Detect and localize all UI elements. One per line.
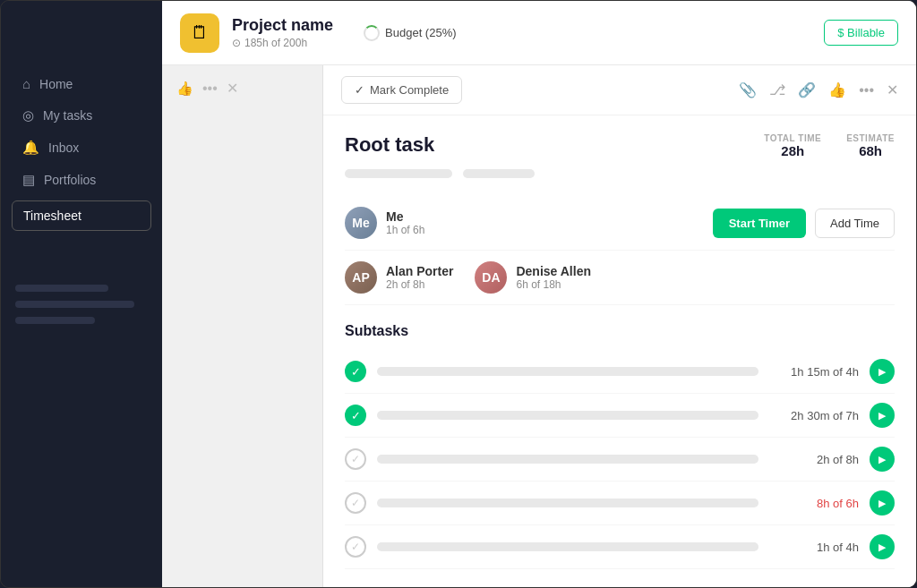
task-toolbar: ✓ Mark Complete 📎 ⎇ 🔗 👍 ••• ✕	[323, 65, 916, 115]
sidebar-item-inbox-label: Inbox	[48, 141, 79, 155]
assignee-row-me: Me Me 1h of 6h Start Timer Add Time	[345, 196, 895, 251]
attachment-icon[interactable]: 📎	[739, 81, 757, 98]
panel-sidebar: 👍 ••• ✕	[162, 65, 323, 587]
sidebar-item-home-label: Home	[39, 77, 73, 91]
subtask-time-2: 2h 30m of 7h	[769, 409, 859, 422]
subtasks-title: Subtasks	[345, 323, 895, 339]
project-name: Project name	[232, 16, 333, 35]
assignee-name-alan: Alan Porter	[386, 264, 453, 278]
mark-complete-button[interactable]: ✓ Mark Complete	[341, 76, 462, 104]
mark-complete-label: Mark Complete	[370, 83, 449, 97]
branch-icon[interactable]: ⎇	[769, 81, 785, 98]
sidebar-item-portfolios[interactable]: ▤ Portfolios	[12, 165, 151, 195]
billable-button[interactable]: $ Billable	[824, 20, 898, 46]
sidebar-item-my-tasks[interactable]: ◎ My tasks	[12, 100, 151, 131]
close-panel-icon[interactable]: ✕	[227, 80, 238, 97]
sidebar-item-portfolios-label: Portfolios	[44, 173, 96, 187]
add-time-button[interactable]: Add Time	[815, 209, 895, 238]
assignee-time-denise: 6h of 18h	[516, 278, 591, 291]
project-icon: 🗒	[180, 13, 219, 53]
subtask-row-3: ✓ 2h of 8h ▶	[345, 438, 895, 481]
check-icon: ✓	[355, 83, 364, 97]
subtask-play-5[interactable]: ▶	[870, 534, 895, 559]
assignee-name-denise: Denise Allen	[516, 264, 591, 278]
budget-circle-icon	[364, 25, 380, 41]
assignee-info-me: Me Me 1h of 6h	[345, 207, 424, 239]
subtask-check-5[interactable]: ✓	[345, 536, 366, 558]
sidebar-item-timesheet[interactable]: Timesheet	[12, 200, 151, 231]
task-panel: ✓ Mark Complete 📎 ⎇ 🔗 👍 ••• ✕ Root task	[323, 65, 916, 587]
subtask-row-5: ✓ 1h of 4h ▶	[345, 525, 895, 569]
sidebar-placeholder-1	[15, 285, 108, 292]
subtask-play-2[interactable]: ▶	[870, 403, 895, 428]
project-header: 🗒 Project name ⊙ 185h of 200h Budget (25…	[162, 1, 916, 65]
sidebar-item-inbox[interactable]: 🔔 Inbox	[12, 132, 151, 163]
estimate-value: 68h	[859, 143, 882, 158]
project-sub: ⊙ 185h of 200h	[232, 37, 333, 49]
main-content: 🗒 Project name ⊙ 185h of 200h Budget (25…	[162, 1, 916, 587]
subtask-ph-4	[377, 499, 758, 507]
task-placeholder-row	[345, 169, 895, 178]
total-time-label: TOTAL TIME	[764, 133, 821, 143]
budget-badge: Budget (25%)	[364, 25, 457, 41]
subtask-row-4: ✓ 8h of 6h ▶	[345, 481, 895, 525]
subtask-check-4[interactable]: ✓	[345, 492, 366, 514]
assignee-text-alan: Alan Porter 2h of 8h	[386, 264, 453, 291]
subtask-ph-3	[377, 455, 758, 464]
avatar-denise: DA	[475, 261, 507, 294]
subtasks-section: Subtasks ✓ 1h 15m of 4h ▶ ✓ 2h 30m of 7h…	[345, 323, 895, 569]
link-icon[interactable]: 🔗	[798, 81, 816, 98]
task-content: Root task TOTAL TIME 28h ESTIMATE 68h	[323, 115, 916, 587]
sidebar-placeholder-3	[15, 317, 95, 324]
assignee-actions-me: Start Timer Add Time	[713, 209, 895, 238]
content-panel: 👍 ••• ✕ ✓ Mark Complete 📎 ⎇ 🔗 👍 •••	[162, 65, 916, 587]
subtask-play-1[interactable]: ▶	[870, 359, 895, 384]
avatar-denise-face: DA	[475, 261, 507, 294]
portfolios-icon: ▤	[22, 172, 35, 188]
assignee-section: Me Me 1h of 6h Start Timer Add Time	[345, 196, 895, 305]
inbox-icon: 🔔	[22, 140, 39, 156]
subtask-play-4[interactable]: ▶	[870, 490, 895, 516]
assignee-pair-alan: AP Alan Porter 2h of 8h	[345, 261, 453, 294]
task-ph-1	[345, 169, 452, 178]
subtask-row-2: ✓ 2h 30m of 7h ▶	[345, 394, 895, 438]
task-ph-2	[463, 169, 535, 178]
subtask-ph-2	[377, 411, 758, 420]
multi-assignee-row: AP Alan Porter 2h of 8h DA	[345, 251, 895, 305]
assignee-text-denise: Denise Allen 6h of 18h	[516, 264, 591, 291]
like-icon[interactable]: 👍	[828, 81, 846, 98]
subtask-time-3: 2h of 8h	[769, 453, 859, 466]
project-hours: 185h of 200h	[244, 37, 307, 49]
more-icon[interactable]: •••	[859, 82, 874, 98]
subtask-play-3[interactable]: ▶	[870, 447, 895, 472]
subtask-time-1: 1h 15m of 4h	[769, 365, 859, 379]
avatar-alan: AP	[345, 261, 377, 294]
header-left: 🗒 Project name ⊙ 185h of 200h Budget (25…	[180, 13, 457, 53]
clock-icon: ⊙	[232, 37, 241, 49]
avatar-me: Me	[345, 207, 377, 239]
close-icon[interactable]: ✕	[887, 81, 898, 98]
subtask-ph-5	[377, 542, 758, 551]
my-tasks-icon: ◎	[22, 107, 34, 124]
subtask-check-2[interactable]: ✓	[345, 405, 366, 426]
subtask-ph-1	[377, 367, 758, 376]
start-timer-button[interactable]: Start Timer	[713, 209, 806, 238]
estimate-meta: ESTIMATE 68h	[846, 133, 895, 158]
assignee-time-me: 1h of 6h	[386, 224, 424, 236]
thumb-up-icon[interactable]: 👍	[176, 81, 193, 97]
task-title: Root task	[345, 133, 434, 157]
sidebar-item-home[interactable]: ⌂ Home	[12, 69, 151, 98]
assignee-text-me: Me 1h of 6h	[386, 209, 424, 236]
more-options-icon[interactable]: •••	[202, 81, 218, 97]
budget-label: Budget (25%)	[385, 26, 457, 39]
sidebar-item-timesheet-label: Timesheet	[23, 209, 81, 223]
subtask-row-1: ✓ 1h 15m of 4h ▶	[345, 350, 895, 394]
estimate-label: ESTIMATE	[846, 133, 895, 143]
assignee-time-alan: 2h of 8h	[386, 278, 453, 291]
subtask-check-1[interactable]: ✓	[345, 361, 366, 382]
sidebar: ⌂ Home ◎ My tasks 🔔 Inbox ▤ Portfolios T…	[1, 1, 162, 587]
task-header: Root task TOTAL TIME 28h ESTIMATE 68h	[345, 133, 895, 158]
total-time-value: 28h	[781, 143, 804, 158]
panel-sidebar-icons: 👍 ••• ✕	[176, 80, 308, 97]
subtask-check-3[interactable]: ✓	[345, 448, 366, 470]
